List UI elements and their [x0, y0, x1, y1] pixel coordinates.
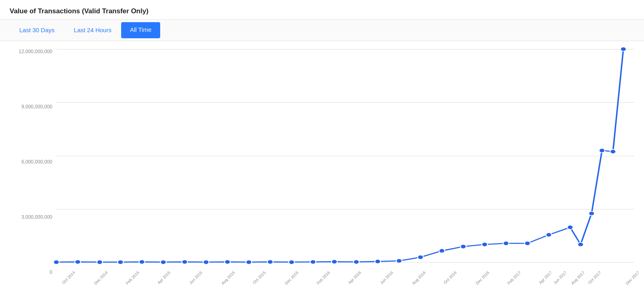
data-point — [621, 47, 626, 52]
x-axis-label: Apr 2017 — [538, 270, 553, 285]
tab-last-30-days[interactable]: Last 30 Days — [10, 21, 64, 40]
x-axis-label: Apr 2015 — [157, 270, 171, 285]
x-axis-label: Apr 2016 — [347, 270, 362, 285]
data-point — [578, 242, 583, 247]
x-axis-label: Feb 2015 — [125, 270, 140, 286]
chart-area: 0 3,000,000,000 6,000,000,000 9,000,000,… — [0, 41, 644, 279]
chart-wrapper: 0 3,000,000,000 6,000,000,000 9,000,000,… — [4, 49, 634, 275]
data-point — [599, 148, 605, 153]
data-point — [503, 241, 509, 246]
data-point — [610, 149, 616, 154]
y-label-12b: 12,000,000,000 — [4, 49, 52, 54]
x-axis-label: Feb 2016 — [316, 270, 331, 286]
x-axis-label: Jun 2017 — [553, 270, 568, 285]
x-axis-label: Jun 2016 — [379, 270, 394, 285]
y-label-3b: 3,000,000,000 — [4, 215, 52, 219]
x-axis-labels: Oct 2014Dec 2014Feb 2015Apr 2015Jun 2015… — [56, 263, 634, 275]
x-axis-label: Aug 2017 — [570, 270, 585, 286]
x-axis-label: Jun 2015 — [188, 270, 203, 285]
x-axis-label: Dec 2017 — [625, 270, 640, 286]
page-container: Value of Transactions (Valid Transfer On… — [0, 0, 644, 298]
data-point — [524, 241, 530, 246]
data-point — [482, 242, 487, 247]
chart-title: Value of Transactions (Valid Transfer On… — [0, 0, 644, 20]
x-axis-label: Dec 2014 — [93, 270, 109, 286]
data-point — [567, 225, 573, 230]
tab-last-24-hours[interactable]: Last 24 Hours — [64, 21, 121, 40]
x-axis-label: Aug 2016 — [411, 270, 426, 286]
x-axis-label: Oct 2014 — [61, 270, 76, 285]
y-label-0: 0 — [4, 270, 52, 275]
x-axis-label: Dec 2015 — [284, 270, 299, 286]
x-axis-label: Oct 2017 — [587, 270, 602, 285]
data-point — [546, 233, 551, 237]
x-axis-label: Aug 2015 — [220, 270, 235, 286]
x-axis-label: Oct 2015 — [252, 270, 266, 285]
data-point — [589, 211, 594, 216]
y-label-6b: 6,000,000,000 — [4, 159, 52, 164]
data-point — [439, 249, 445, 253]
y-axis: 0 3,000,000,000 6,000,000,000 9,000,000,… — [4, 49, 56, 275]
data-point — [418, 255, 423, 259]
x-axis-label: Oct 2016 — [443, 270, 457, 285]
x-axis-label: Feb 2017 — [506, 270, 522, 286]
line-chart-svg — [56, 49, 634, 263]
tab-bar: Last 30 Days Last 24 Hours All Time — [0, 20, 644, 41]
data-point — [460, 244, 466, 249]
tab-all-time[interactable]: All Time — [121, 22, 160, 38]
x-axis-label: Dec 2016 — [475, 270, 490, 286]
y-label-9b: 9,000,000,000 — [4, 104, 52, 109]
chart-plot: Oct 2014Dec 2014Feb 2015Apr 2015Jun 2015… — [56, 49, 634, 275]
chart-line — [56, 49, 623, 262]
